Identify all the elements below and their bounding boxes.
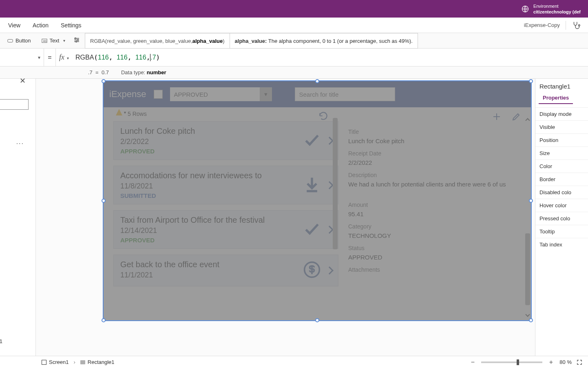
detail-amount-value: 95.41 [348, 211, 521, 217]
detail-date-label: Receipt Date [348, 150, 521, 157]
zoom-slider[interactable] [481, 361, 542, 363]
warning-icon [116, 109, 122, 115]
status-dropdown-value: APPROVED [174, 91, 208, 98]
settings-icon[interactable] [73, 37, 80, 44]
detail-date-value: 2/2/2022 [348, 159, 521, 166]
property-row[interactable]: Size [535, 146, 588, 160]
menu-action[interactable]: Action [33, 22, 49, 29]
property-row[interactable]: Disabled colo [535, 186, 588, 199]
property-dropdown[interactable]: ▾ [0, 49, 44, 67]
formula-input[interactable]: RGBA(116, 116, 116,.7) [72, 53, 160, 62]
refresh-icon[interactable] [318, 111, 329, 121]
insert-button-label: Button [15, 38, 31, 44]
filter-checkbox[interactable] [154, 90, 163, 99]
property-row[interactable]: Border [535, 173, 588, 186]
card-status: SUBMITTED [120, 192, 332, 199]
detail-title-value: Lunch for Coke pitch [348, 137, 521, 144]
chevron-right-icon[interactable] [325, 266, 334, 275]
insert-text[interactable]: Ab Text [39, 36, 68, 45]
edit-icon[interactable] [511, 112, 521, 122]
expense-card[interactable]: Get back to the office event11/1/2021 [113, 255, 338, 286]
formula-bar: ▾ = fx RGBA(116, 116, 116,.7) [0, 49, 588, 67]
detail-attachments-label: Attachments [348, 266, 521, 273]
add-icon[interactable] [492, 112, 502, 122]
rows-count: 5 Rows [128, 111, 147, 117]
property-row[interactable]: Tooltip [535, 225, 588, 238]
app-header: iExpense APPROVED ▾ [104, 81, 531, 107]
menu-settings[interactable]: Settings [61, 22, 82, 29]
detail-status-value: APPROVED [348, 254, 521, 261]
fit-icon[interactable] [577, 359, 582, 365]
resize-handle[interactable] [529, 318, 533, 322]
expense-card[interactable]: Lunch for Coke pitch2/2/2022APPROVED [113, 121, 338, 160]
dollar-icon [303, 261, 321, 280]
insert-text-label: Text [50, 38, 60, 44]
property-row[interactable]: Position [535, 133, 588, 146]
selected-control-name: Rectangle1 [535, 79, 588, 92]
resize-handle[interactable] [315, 318, 319, 322]
app-title: iExpense [109, 89, 146, 100]
intellisense-tooltip: RGBA(red_value, green_value, blue_value,… [85, 33, 418, 49]
property-row[interactable]: Color [535, 160, 588, 173]
intellisense-signature: RGBA(red_value, green_value, blue_value,… [85, 33, 230, 48]
toolbar: Button Ab Text RGBA(red_value, green_val… [0, 33, 588, 49]
card-date: 12/14/2021 [120, 226, 332, 235]
resize-handle[interactable] [529, 199, 533, 203]
selection-rectangle[interactable]: iExpense APPROVED ▾ ▾ 5 Rows [103, 80, 532, 321]
list-scrollbar[interactable] [333, 118, 338, 317]
fx-chevron-icon[interactable] [67, 54, 69, 61]
button-icon [7, 38, 13, 44]
status-dropdown[interactable]: APPROVED ▾ [170, 87, 272, 101]
zoom-in-button[interactable]: + [547, 359, 555, 366]
chevron-right-icon[interactable] [325, 181, 334, 189]
svg-point-6 [77, 40, 79, 41]
card-title: Get back to the office event [120, 260, 332, 269]
card-status: APPROVED [120, 148, 332, 155]
chevron-right-icon[interactable] [325, 226, 334, 234]
card-date: 2/2/2022 [120, 137, 332, 146]
list-pane: ▾ 5 Rows Lunch for Coke pitch2/2/2022APP… [104, 107, 338, 320]
environment-value[interactable]: citizentechnology (def [533, 9, 581, 15]
tree-item-ard1[interactable]: ard1 [0, 338, 2, 344]
properties-tab[interactable]: Properties [539, 92, 573, 104]
resize-handle[interactable] [102, 79, 106, 83]
property-row[interactable]: Visible [535, 120, 588, 133]
breadcrumb-screen[interactable]: Screen1 [49, 359, 69, 365]
zoom-out-button[interactable]: − [469, 359, 476, 366]
detail-category-label: Category [348, 223, 521, 230]
insert-button[interactable]: Button [5, 36, 33, 45]
resize-handle[interactable] [529, 79, 533, 83]
more-icon[interactable]: ··· [16, 140, 24, 147]
svg-point-5 [75, 38, 76, 39]
chevron-right-icon[interactable] [325, 137, 334, 145]
separator [566, 21, 566, 30]
svg-text:Ab: Ab [43, 39, 46, 42]
breadcrumb-rectangle[interactable]: Rectangle1 [88, 359, 115, 365]
detail-amount-label: Amount [348, 202, 521, 208]
stethoscope-icon[interactable] [572, 21, 581, 30]
detail-scrollbar[interactable] [525, 118, 530, 317]
resize-handle[interactable] [102, 199, 106, 203]
svg-rect-2 [8, 39, 13, 42]
environment-label: Environment [533, 3, 581, 9]
fx-icon[interactable]: fx [59, 53, 64, 62]
search-input[interactable] [295, 87, 395, 101]
resize-handle[interactable] [315, 79, 319, 83]
property-row[interactable]: Display mode [535, 107, 588, 120]
expense-card[interactable]: Accomodations for new interviewees to11/… [113, 166, 338, 204]
tree-search-input[interactable] [0, 99, 29, 110]
app-preview: iExpense APPROVED ▾ ▾ 5 Rows [104, 81, 531, 320]
resize-handle[interactable] [102, 318, 106, 322]
close-icon[interactable]: ✕ [20, 76, 26, 85]
card-title: Taxi from Airport to Office for the fest… [120, 215, 332, 225]
text-icon: Ab [42, 38, 47, 44]
menu-bar: View Action Settings iExpense-Copy [0, 18, 588, 33]
property-row[interactable]: Pressed colo [535, 212, 588, 225]
detail-category-value: TECHNOLOGY [348, 232, 521, 239]
zoom-value: 80 % [559, 359, 572, 365]
property-row[interactable]: Tab index [535, 238, 588, 251]
canvas[interactable]: iExpense APPROVED ▾ ▾ 5 Rows [36, 79, 535, 356]
property-row[interactable]: Hover color [535, 199, 588, 212]
expense-card[interactable]: Taxi from Airport to Office for the fest… [113, 210, 338, 249]
menu-view[interactable]: View [8, 22, 20, 29]
